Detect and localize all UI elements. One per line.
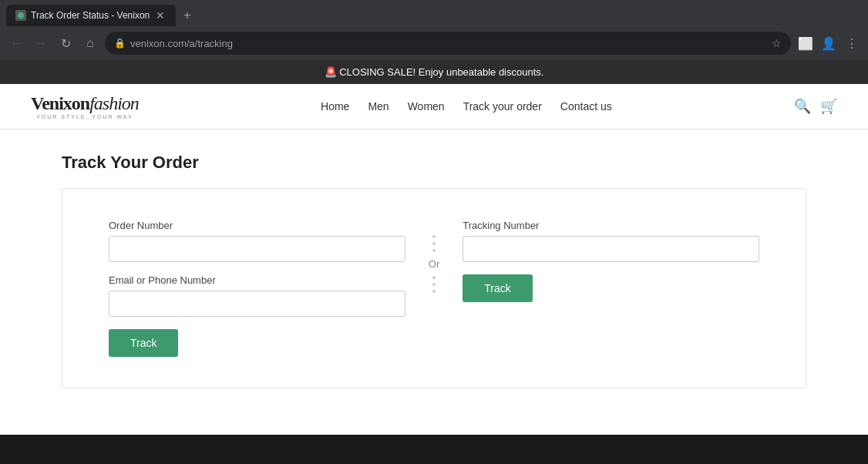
search-icon[interactable]: 🔍: [794, 98, 811, 115]
forward-button[interactable]: →: [31, 33, 51, 53]
back-button[interactable]: ←: [6, 33, 26, 53]
extensions-button[interactable]: ⬜: [796, 33, 816, 53]
nav-track-order[interactable]: Track your order: [463, 100, 542, 113]
banner-icon: 🚨: [325, 66, 337, 78]
form-layout: Order Number Email or Phone Number Track…: [109, 220, 759, 357]
page-title: Track Your Order: [62, 153, 806, 173]
track-button-left[interactable]: Track: [109, 329, 178, 357]
url-path: /a/tracking: [187, 38, 233, 49]
browser-tabs: Track Order Status - Venixon ✕ +: [0, 0, 868, 26]
banner-text: CLOSING SALE! Enjoy unbeatable discounts…: [339, 66, 543, 78]
divider-dot-6: [432, 290, 436, 293]
tracking-number-input[interactable]: [463, 236, 759, 262]
nav-women[interactable]: Women: [408, 100, 445, 113]
cart-icon[interactable]: 🛒: [820, 98, 837, 115]
track-button-right[interactable]: Track: [463, 274, 532, 302]
email-phone-input[interactable]: [109, 291, 405, 317]
site-logo: Venixonfashion your style, your way: [31, 93, 139, 119]
home-button[interactable]: ⌂: [80, 33, 100, 53]
divider-dot-1: [432, 235, 436, 238]
divider-dot-3: [432, 249, 436, 252]
tracking-number-label: Tracking Number: [463, 220, 759, 231]
browser-frame: Track Order Status - Venixon ✕ + ← → ↻ ⌂…: [0, 0, 868, 60]
divider-dots: [432, 235, 436, 252]
tab-title: Track Order Status - Venixon: [31, 10, 150, 21]
nav-men[interactable]: Men: [368, 100, 389, 113]
order-number-label: Order Number: [109, 220, 405, 231]
profile-button[interactable]: 👤: [819, 33, 839, 53]
active-tab[interactable]: Track Order Status - Venixon ✕: [6, 5, 176, 26]
address-bar[interactable]: 🔒 venixon.com/a/tracking ☆: [105, 32, 791, 55]
email-phone-label: Email or Phone Number: [109, 274, 405, 286]
nav-contact[interactable]: Contact us: [560, 100, 612, 113]
divider-or-text: Or: [429, 258, 439, 270]
url-domain: venixon.com: [130, 38, 187, 49]
tab-favicon: [15, 10, 26, 21]
bookmark-icon[interactable]: ☆: [772, 37, 782, 49]
svg-point-0: [18, 12, 24, 18]
tracking-card: Order Number Email or Phone Number Track…: [62, 188, 806, 388]
divider-dot-5: [432, 283, 436, 286]
toolbar-icons: ⬜ 👤 ⋮: [796, 33, 862, 53]
menu-button[interactable]: ⋮: [842, 33, 862, 53]
site-footer: Venixonfashion your style, your way Cust…: [0, 435, 868, 464]
logo-main: Venixonfashion: [31, 93, 139, 114]
form-right: Tracking Number Track: [463, 220, 759, 302]
browser-toolbar: ← → ↻ ⌂ 🔒 venixon.com/a/tracking ☆ ⬜ 👤 ⋮: [0, 26, 868, 60]
refresh-button[interactable]: ↻: [56, 33, 76, 53]
form-left: Order Number Email or Phone Number Track: [109, 220, 405, 357]
order-number-input[interactable]: [109, 236, 405, 262]
nav-home[interactable]: Home: [321, 100, 349, 113]
main-content: Track Your Order Order Number Email or P…: [0, 129, 868, 435]
tab-close-button[interactable]: ✕: [154, 9, 167, 22]
divider-dot-2: [432, 242, 436, 245]
order-number-group: Order Number: [109, 220, 405, 262]
form-divider: Or: [405, 220, 463, 293]
logo-venixon: Venixon: [31, 93, 89, 113]
divider-dots-bottom: [432, 276, 436, 293]
lock-icon: 🔒: [114, 38, 126, 49]
site-navigation: Home Men Women Track your order Contact …: [321, 100, 612, 113]
new-tab-button[interactable]: +: [179, 8, 195, 22]
promo-banner: 🚨 CLOSING SALE! Enjoy unbeatable discoun…: [0, 60, 868, 84]
email-phone-group: Email or Phone Number: [109, 274, 405, 317]
tracking-number-group: Tracking Number: [463, 220, 759, 262]
logo-fashion: fashion: [89, 93, 139, 113]
divider-dot-4: [432, 276, 436, 279]
header-icons: 🔍 🛒: [794, 98, 837, 115]
logo-tagline: your style, your way: [31, 114, 139, 119]
site-header: Venixonfashion your style, your way Home…: [0, 84, 868, 129]
url-text: venixon.com/a/tracking: [130, 38, 767, 49]
